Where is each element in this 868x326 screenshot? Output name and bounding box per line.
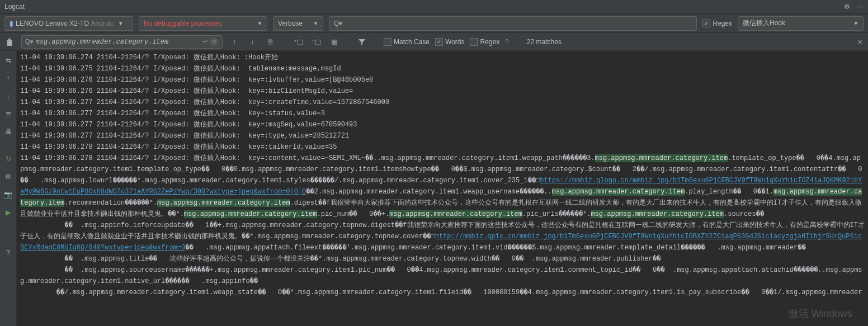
- minimize-icon[interactable]: —: [857, 3, 864, 11]
- find-regex-checkbox[interactable]: [470, 38, 478, 46]
- help-gutter-icon[interactable]: ?: [2, 247, 15, 259]
- log-line: 11-04 19:39:06.278 21104-21264/? I/Xpose…: [20, 141, 865, 153]
- log-line: 11-04 19:39:06.277 21104-21264/? I/Xpose…: [20, 130, 865, 141]
- log-line: 11-04 19:39:06.277 21104-21264/? I/Xpose…: [20, 119, 865, 130]
- filter-label: 微信插入Hook: [743, 18, 785, 28]
- match-case-checkbox[interactable]: [384, 38, 391, 46]
- loglevel-dropdown[interactable]: Verbose ▼: [273, 16, 323, 31]
- wrap-icon[interactable]: ⇆: [2, 54, 15, 67]
- regex-label: Regex: [713, 20, 732, 27]
- log-line: 11-04 19:39:06.276 21104-21264/? I/Xpose…: [20, 74, 865, 86]
- left-gutter: ⇆ ↑ ↓ ≣ 🖶 ↻ ⚙ 📷 ▶ ?: [0, 51, 17, 326]
- scroll-up-icon[interactable]: ↑: [2, 72, 15, 84]
- filter-dropdown[interactable]: 微信插入Hook ▼: [738, 16, 864, 31]
- select-all-icon[interactable]: ▦: [328, 36, 340, 48]
- settings-icon[interactable]: ⚙: [2, 171, 15, 183]
- remove-selection-icon[interactable]: ⁻▢: [310, 36, 322, 48]
- history-icon[interactable]: ↩: [202, 38, 207, 45]
- find-regex-wrap[interactable]: Regex: [470, 38, 499, 46]
- regex-checkbox[interactable]: [702, 20, 710, 27]
- log-output[interactable]: 11-04 19:39:06.274 21104-21264/? I/Xpose…: [17, 51, 868, 326]
- titlebar: Logcat ⚙ —: [0, 0, 868, 14]
- log-line: 11-04 19:39:06.275 21104-21264/? I/Xpose…: [20, 63, 865, 74]
- match-case-label: Match Case: [394, 38, 430, 46]
- find-toolbar: Q▾ ↩ ✕ ↑ ↓ ⎘ ⁺▢ ⁻▢ ▦ Match Case Words Re…: [0, 33, 868, 51]
- log-line: �� .msg.appmsg.title�� 这些好评率超高的公众号，据说你一个…: [20, 253, 865, 264]
- pin-icon[interactable]: ⎘: [264, 36, 276, 48]
- device-os: Androic: [91, 20, 114, 27]
- print-icon[interactable]: 🖶: [2, 126, 15, 138]
- chevron-down-icon: ▼: [853, 21, 858, 26]
- words-label: Words: [445, 38, 464, 46]
- camera-icon[interactable]: 📷: [2, 188, 15, 201]
- search-icon: Q▾: [334, 20, 342, 27]
- log-line: �� .msg.appmsg.sourceusername������+.msg…: [20, 264, 865, 287]
- search-highlight: msg.appmsg.mmreader.category.item: [595, 154, 728, 162]
- search-highlight: msg.appmsg.mmreader.category.item: [184, 210, 317, 218]
- chevron-down-icon: ▼: [257, 21, 262, 26]
- log-search-box[interactable]: Q▾: [329, 16, 697, 31]
- chevron-down-icon: ▼: [313, 21, 318, 26]
- search-highlight: msg.appmsg.mmreader.category.item: [591, 210, 724, 218]
- phone-icon: ▮: [10, 20, 13, 27]
- log-line: ��/.msg.appmsg.mmreader.category.item1.w…: [20, 287, 865, 298]
- log-line: 11-04 19:39:06.277 21104-21264/? I/Xpose…: [20, 108, 865, 119]
- log-search-input[interactable]: [345, 20, 692, 27]
- help-icon[interactable]: ?: [505, 38, 509, 46]
- regex-checkbox-wrap[interactable]: Regex: [702, 20, 732, 27]
- close-findbar-icon[interactable]: ×: [856, 37, 865, 46]
- process-dropdown[interactable]: No debuggable processes ▼: [139, 16, 267, 31]
- log-line: 11-04 19:39:06.274 21104-21264/? I/Xpose…: [20, 52, 865, 63]
- find-box[interactable]: Q▾ ↩ ✕: [21, 35, 223, 49]
- next-match-icon[interactable]: ↓: [246, 36, 258, 48]
- clear-icon[interactable]: ✕: [210, 37, 219, 46]
- match-case-wrap[interactable]: Match Case: [384, 38, 430, 46]
- words-checkbox[interactable]: [435, 38, 443, 46]
- record-icon[interactable]: ▶: [2, 206, 15, 219]
- chevron-down-icon: ▼: [118, 21, 123, 26]
- url-link[interactable]: http://mmbiz.qpic.cn/mmbiz_jpg/b1Tm6exu6…: [20, 233, 862, 252]
- scroll-down-icon[interactable]: ↓: [2, 90, 15, 102]
- restart-icon[interactable]: ↻: [2, 153, 15, 165]
- log-line: 11-04 19:39:06.278 21104-21264/? I/Xpose…: [20, 153, 865, 220]
- gear-icon[interactable]: ⚙: [844, 3, 850, 11]
- device-name: LENOVO Lenovo X2-TO: [16, 20, 89, 27]
- match-count: 22 matches: [527, 38, 562, 46]
- main-toolbar: ▮ LENOVO Lenovo X2-TO Androic ▼ No debug…: [0, 14, 868, 33]
- device-dropdown[interactable]: ▮ LENOVO Lenovo X2-TO Androic ▼: [4, 16, 133, 31]
- find-input[interactable]: [36, 38, 202, 46]
- filter-icon[interactable]: [356, 36, 368, 48]
- loglevel-label: Verbose: [278, 20, 303, 27]
- log-line: �� .msg.appinfo.isforceupdate�� 1��+.msg…: [20, 220, 865, 253]
- trash-icon[interactable]: [3, 36, 16, 48]
- url-link[interactable]: https://mmbiz.qlogo.cn/mmbiz_jpg/b1Tm6ex…: [20, 177, 862, 196]
- search-highlight: msg.appmsg.mmreader.category.item: [552, 188, 685, 196]
- words-wrap[interactable]: Words: [435, 38, 464, 46]
- search-highlight: msg.appmsg.mmreader.category.item: [157, 199, 290, 207]
- search-icon: Q▾: [25, 38, 34, 45]
- log-line: 11-04 19:39:06.277 21104-21264/? I/Xpose…: [20, 97, 865, 108]
- search-highlight: msg.appmsg.mmreader.category.item: [389, 210, 522, 218]
- process-label: No debuggable processes: [144, 20, 221, 27]
- prev-match-icon[interactable]: ↑: [228, 36, 240, 48]
- find-regex-label: Regex: [480, 38, 499, 46]
- window-title: Logcat: [4, 3, 25, 11]
- soft-wrap-icon[interactable]: ≣: [2, 108, 15, 120]
- add-selection-icon[interactable]: ⁺▢: [292, 36, 304, 48]
- log-line: 11-04 19:39:06.276 21104-21264/? I/Xpose…: [20, 86, 865, 97]
